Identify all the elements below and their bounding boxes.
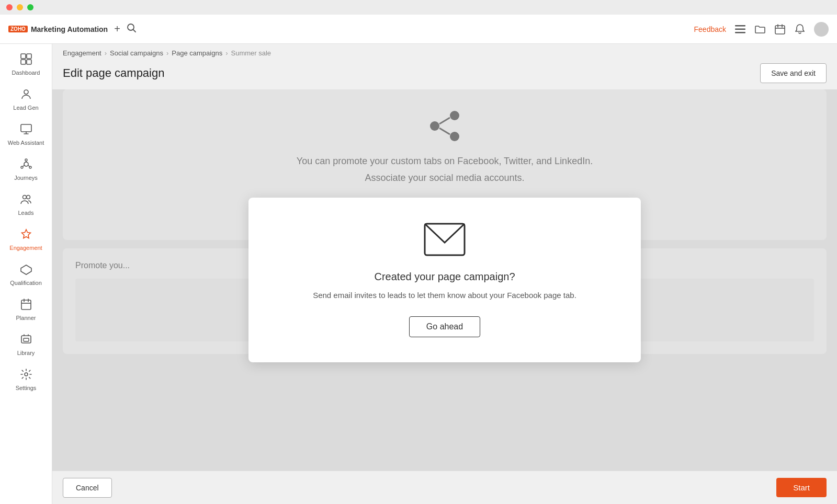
svg-rect-5 (775, 26, 785, 34)
app-name: Marketing Automation (31, 25, 108, 33)
avatar[interactable] (814, 22, 829, 37)
sidebar-item-label: Lead Gen (13, 105, 38, 111)
cancel-button[interactable]: Cancel (63, 478, 112, 498)
title-bar (0, 0, 837, 15)
svg-rect-12 (27, 60, 31, 64)
svg-point-17 (21, 166, 23, 168)
topbar: ZOHO Marketing Automation + Feedback (0, 15, 837, 44)
qualification-icon (20, 264, 32, 278)
settings-icon (20, 369, 32, 383)
svg-point-23 (26, 196, 30, 199)
content-scroll: You can promote your custom tabs on Face… (52, 89, 837, 471)
app-logo: ZOHO Marketing Automation (8, 25, 108, 33)
sidebar-item-dashboard[interactable]: Dashboard (3, 48, 50, 81)
go-ahead-button[interactable]: Go ahead (409, 316, 480, 337)
svg-rect-4 (735, 32, 745, 33)
svg-rect-30 (24, 338, 29, 341)
svg-rect-3 (735, 28, 745, 30)
svg-marker-24 (21, 265, 31, 274)
dashboard-icon (20, 53, 32, 67)
sidebar-item-label: Journeys (14, 175, 38, 181)
svg-line-1 (133, 30, 135, 32)
svg-rect-10 (27, 54, 31, 59)
sidebar-item-lead-gen[interactable]: Lead Gen (3, 83, 50, 116)
planner-icon (20, 299, 32, 313)
content-area: Engagement › Social campaigns › Page cam… (52, 44, 837, 504)
sidebar-item-label: Dashboard (12, 70, 40, 76)
feedback-link[interactable]: Feedback (694, 25, 726, 33)
maximize-dot[interactable] (27, 4, 33, 10)
svg-point-15 (24, 162, 28, 166)
svg-point-31 (25, 373, 28, 376)
sidebar-item-settings[interactable]: Settings (3, 363, 50, 396)
svg-point-0 (128, 24, 134, 30)
journeys-icon (20, 158, 32, 173)
svg-point-13 (24, 90, 28, 94)
sidebar-item-label: Web Assistant (8, 140, 44, 146)
email-modal: Created your page campaign? Send email i… (248, 198, 641, 362)
library-icon (20, 334, 32, 348)
calendar-icon[interactable] (774, 24, 786, 35)
list-icon[interactable] (734, 24, 746, 35)
svg-rect-11 (21, 60, 26, 64)
breadcrumb-social-campaigns[interactable]: Social campaigns (110, 49, 163, 57)
main-layout: Dashboard Lead Gen Web Assistant (0, 44, 837, 504)
sidebar-item-planner[interactable]: Planner (3, 293, 50, 326)
zoho-brand: ZOHO (8, 26, 28, 32)
email-modal-description: Send email invites to leads to let them … (313, 289, 576, 302)
save-exit-button[interactable]: Save and exit (760, 63, 827, 83)
page-header: Edit page campaign Save and exit (52, 57, 837, 89)
close-dot[interactable] (6, 4, 13, 10)
web-assistant-icon (20, 123, 32, 138)
breadcrumb-page-campaigns[interactable]: Page campaigns (172, 49, 222, 57)
start-button[interactable]: Start (776, 478, 827, 497)
sidebar-item-label: Leads (18, 210, 34, 216)
svg-line-21 (28, 165, 29, 167)
add-button[interactable]: + (114, 23, 120, 35)
sidebar-item-journeys[interactable]: Journeys (3, 153, 50, 186)
breadcrumb-engagement[interactable]: Engagement (63, 49, 101, 57)
minimize-dot[interactable] (17, 4, 23, 10)
svg-line-20 (22, 165, 24, 167)
page-title: Edit page campaign (63, 66, 164, 80)
svg-rect-29 (21, 336, 31, 343)
breadcrumb: Engagement › Social campaigns › Page cam… (52, 44, 837, 57)
svg-rect-25 (21, 300, 31, 310)
topbar-actions: Feedback (694, 22, 829, 37)
breadcrumb-current: Summer sale (231, 49, 272, 57)
sidebar-item-label: Qualification (10, 280, 42, 286)
engagement-icon (20, 228, 32, 243)
folder-icon[interactable] (754, 24, 766, 35)
sidebar-item-leads[interactable]: Leads (3, 188, 50, 221)
lead-gen-icon (20, 88, 32, 102)
sidebar-item-label: Library (17, 350, 35, 356)
sidebar-item-label: Planner (16, 315, 36, 321)
envelope-icon (424, 223, 466, 256)
svg-rect-9 (21, 54, 26, 59)
overlay-backdrop: Created your page campaign? Send email i… (52, 89, 837, 471)
svg-rect-2 (735, 25, 745, 27)
svg-point-22 (22, 196, 26, 199)
sidebar: Dashboard Lead Gen Web Assistant (0, 44, 52, 504)
email-modal-title: Created your page campaign? (374, 271, 515, 283)
leads-icon (20, 193, 32, 208)
svg-point-18 (29, 166, 31, 168)
sidebar-item-web-assistant[interactable]: Web Assistant (3, 118, 50, 151)
sidebar-item-label: Engagement (9, 245, 42, 251)
bell-icon[interactable] (794, 24, 806, 35)
sidebar-item-library[interactable]: Library (3, 328, 50, 361)
search-icon[interactable] (127, 23, 136, 35)
sidebar-item-label: Settings (16, 385, 37, 391)
svg-rect-14 (21, 124, 31, 132)
sidebar-item-qualification[interactable]: Qualification (3, 258, 50, 291)
bottom-bar: Cancel Start (52, 471, 837, 504)
svg-point-16 (25, 159, 27, 161)
sidebar-item-engagement[interactable]: Engagement (3, 223, 50, 256)
